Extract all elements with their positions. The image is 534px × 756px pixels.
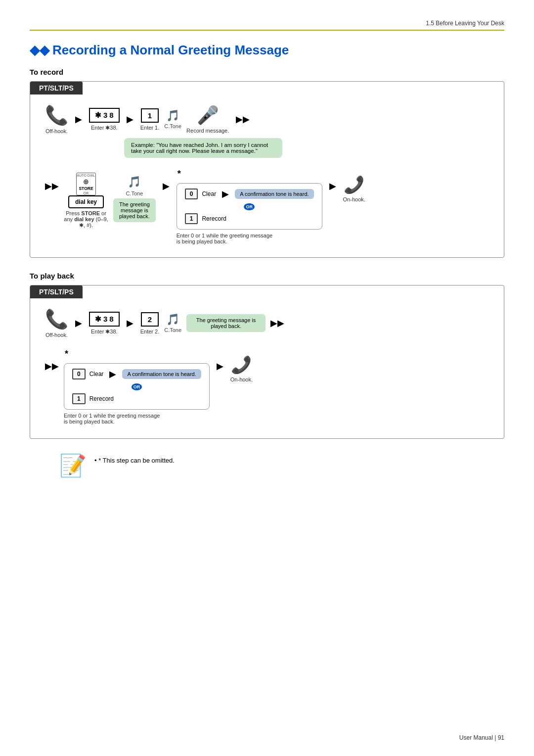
or-badge: OR xyxy=(244,203,255,210)
pb-onhook-icon: 📞 xyxy=(231,355,252,375)
note-icon: 📝 xyxy=(59,453,87,478)
arrow1: ▶ xyxy=(75,114,82,125)
key-1: 1 xyxy=(141,108,159,123)
enter01-caption: Enter 0 or 1 while the greeting message … xyxy=(177,233,275,244)
record-caption: Record message. xyxy=(186,128,229,134)
pb-offhook-icon: 📞 xyxy=(45,308,68,330)
pt-label-playback: PT/SLT/PS xyxy=(30,285,83,298)
greeting-playback-group: 🎵 C.Tone The greetingmessage isplayed ba… xyxy=(113,176,156,222)
section-header: 1.5 Before Leaving Your Desk xyxy=(30,20,504,31)
onhook-caption-record: On-hook. xyxy=(343,196,365,202)
pb-arrow2: ▶ xyxy=(127,318,134,329)
dbl-arrow2: ▶▶ xyxy=(45,181,59,191)
pb-ctone-label: C.Tone xyxy=(164,327,181,333)
offhook-icon: 📞 xyxy=(45,104,68,126)
pb-arrow1: ▶ xyxy=(75,318,82,329)
to-record-heading: To record xyxy=(30,68,504,76)
pb-key38-group: ✱ 3 8 Enter ✱38. xyxy=(89,312,120,335)
options-box-record: 0 Clear ▶ A confirmation tone is heard. … xyxy=(177,183,322,230)
press-store-caption: Press STORE or any dial key (0–9, ✱, #). xyxy=(64,210,108,229)
pb-star-note: * xyxy=(65,349,68,359)
pb-enter2-caption: Enter 2. xyxy=(140,329,160,334)
pb-offhook-caption: Off-hook. xyxy=(45,332,68,338)
example-bubble: Example: "You have reached John. I am so… xyxy=(124,138,282,158)
record-icon: 🎤 xyxy=(197,105,219,126)
pb-enter01-caption: Enter 0 or 1 while the greeting message … xyxy=(64,413,163,425)
ctone-label2: C.Tone xyxy=(126,190,143,196)
playback-flow-row1: 📞 Off-hook. ▶ ✱ 3 8 Enter ✱38. ▶ 2 Enter… xyxy=(30,304,504,342)
onhook-icon-record: 📞 xyxy=(344,175,364,194)
pb-ctone-icon: 🎵 xyxy=(166,313,179,326)
diamonds-icon: ◆◆ xyxy=(30,43,49,57)
pb-onhook-group: 📞 On-hook. xyxy=(230,355,253,382)
arrow2: ▶ xyxy=(127,114,134,125)
pb-offhook-group: 📞 Off-hook. xyxy=(45,308,68,338)
pb-options-area: * 0 Clear ▶ A confirmation tone is heard… xyxy=(64,353,210,425)
key1-group: 1 Enter 1. xyxy=(140,108,160,131)
pb-or-badge: OR xyxy=(132,383,142,390)
to-playback-heading: To play back xyxy=(30,272,504,280)
ctone-icon1: 🎵 xyxy=(166,109,179,122)
footer-label: User Manual xyxy=(459,734,493,741)
ctone-group1: 🎵 C.Tone xyxy=(164,109,181,129)
page-title: ◆◆Recording a Normal Greeting Message xyxy=(30,43,504,58)
onhook-group-record: 📞 On-hook. xyxy=(343,175,365,202)
record-flow-row2: ▶▶ AUTO DIAL ⊕ STORE OR dial key Press S… xyxy=(30,167,504,248)
playback-flow-row2: ▶▶ * 0 Clear ▶ A confirmation tone is he… xyxy=(30,347,504,429)
options-area: * 0 Clear ▶ A confirmation tone is heard… xyxy=(177,173,322,244)
pb-key-2: 2 xyxy=(141,312,159,327)
pb-greeting-bubble: The greeting message is played back. xyxy=(186,314,266,332)
record-msg-group: 🎤 Record message. xyxy=(186,105,229,134)
pb-option-rerecord-row: 1 Rerecord xyxy=(72,393,201,404)
dialkey-box: dial key xyxy=(68,195,104,208)
pb-ctone-group: 🎵 C.Tone xyxy=(164,313,181,333)
pb-dbl-arrow: ▶▶ xyxy=(270,318,284,329)
pb-confirm-bubble: A confirmation tone is heard. xyxy=(122,369,201,379)
pb-key-0-btn: 0 xyxy=(72,369,86,379)
star-note: * xyxy=(178,169,181,179)
store-dialkey-group: AUTO DIAL ⊕ STORE OR dial key Press STOR… xyxy=(64,173,108,229)
note-bullet: • xyxy=(94,457,97,464)
pb-or-divider: OR xyxy=(72,382,201,390)
footer: User Manual | 91 xyxy=(459,734,504,741)
store-key-icon: AUTO DIAL ⊕ STORE OR xyxy=(76,173,96,195)
pb-key-1-btn: 1 xyxy=(72,393,86,404)
key-0-btn: 0 xyxy=(185,189,198,199)
record-pt-box: PT/SLT/PS 📞 Off-hook. ▶ ✱ 3 8 Enter ✱38.… xyxy=(30,81,504,258)
pb-dbl-arrow2: ▶▶ xyxy=(45,361,59,372)
ctone-label1: C.Tone xyxy=(164,123,181,129)
record-flow-row1: 📞 Off-hook. ▶ ✱ 3 8 Enter ✱38. ▶ 1 Enter… xyxy=(30,100,504,138)
pb-option-clear-row: 0 Clear ▶ A confirmation tone is heard. xyxy=(72,369,201,379)
enter1-caption: Enter 1. xyxy=(140,125,160,131)
pb-key-star38: ✱ 3 8 xyxy=(89,312,120,327)
confirm-bubble: A confirmation tone is heard. xyxy=(235,189,313,199)
dbl-arrow1: ▶▶ xyxy=(236,114,250,125)
title-text: Recording a Normal Greeting Message xyxy=(52,43,289,57)
pt-label-record: PT/SLT/PS xyxy=(30,82,83,94)
pb-arrow3: ▶ xyxy=(217,361,223,372)
offhook-caption: Off-hook. xyxy=(45,128,68,134)
footer-page: 91 xyxy=(498,734,504,741)
offhook-group: 📞 Off-hook. xyxy=(45,104,68,134)
key38-group: ✱ 3 8 Enter ✱38. xyxy=(89,108,120,131)
section-label: 1.5 Before Leaving Your Desk xyxy=(426,20,504,27)
or-divider: OR xyxy=(185,202,314,210)
arrow3: ▶ xyxy=(163,181,170,191)
key-star38: ✱ 3 8 xyxy=(89,108,120,123)
greeting-bubble: The greetingmessage isplayed back. xyxy=(113,198,156,222)
option-clear-row: 0 Clear ▶ A confirmation tone is heard. xyxy=(185,189,314,199)
enter38-caption: Enter ✱38. xyxy=(91,125,118,131)
arrow4: ▶ xyxy=(329,181,336,191)
note-section: 📝 • * This step can be omitted. xyxy=(30,453,504,478)
pb-key2-group: 2 Enter 2. xyxy=(140,312,160,334)
key-1-btn: 1 xyxy=(185,213,198,224)
option-rerecord-row: 1 Rerecord xyxy=(185,213,314,224)
pb-enter38-caption: Enter ✱38. xyxy=(91,329,118,335)
pb-onhook-caption: On-hook. xyxy=(230,377,253,382)
note-text: • * This step can be omitted. xyxy=(94,453,175,464)
note-content: * This step can be omitted. xyxy=(98,457,175,464)
pb-options-box: 0 Clear ▶ A confirmation tone is heard. … xyxy=(64,363,210,410)
playback-pt-box: PT/SLT/PS 📞 Off-hook. ▶ ✱ 3 8 Enter ✱38.… xyxy=(30,285,504,439)
ctone-icon2: 🎵 xyxy=(128,176,141,189)
